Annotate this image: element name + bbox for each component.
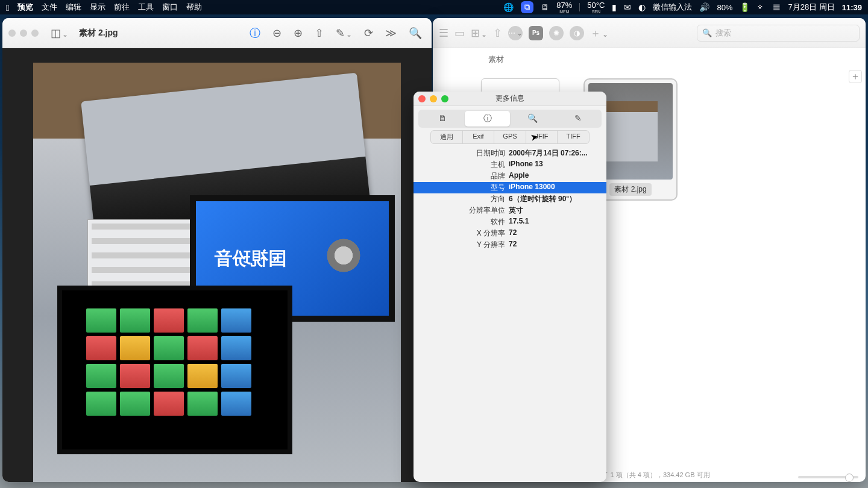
overflow-icon[interactable]: ≫ — [382, 24, 400, 42]
inspector-titlebar: 更多信息 — [414, 92, 606, 106]
info-inspector-window[interactable]: 更多信息 🗎 ⓘ 🔍 ✎ 通用 Exif GPS JFIF TIFF 日期时间2… — [414, 92, 606, 482]
apple-menu[interactable]:  — [6, 2, 9, 13]
menu-window[interactable]: 窗口 — [162, 2, 178, 13]
metadata-value: iPhone 13000 — [509, 183, 602, 193]
screen-mirror-icon[interactable]: ⧉ — [521, 1, 533, 13]
menu-tools[interactable]: 工具 — [138, 2, 154, 13]
tab-info-icon[interactable]: ⓘ — [465, 111, 510, 127]
tab-tiff[interactable]: TIFF — [558, 131, 589, 143]
metadata-key: 软件 — [418, 217, 509, 227]
metadata-value: 2000年7月14日 07:26:... — [509, 148, 602, 158]
battery-pct[interactable]: 80% — [717, 3, 732, 12]
preview-pane-icon[interactable]: ▭ — [454, 27, 465, 40]
metadata-value: iPhone 13 — [509, 160, 602, 170]
search-placeholder: 搜索 — [715, 28, 731, 39]
ps-app-icon[interactable]: Ps — [529, 26, 543, 40]
tab-gps[interactable]: GPS — [494, 131, 526, 143]
temp-label: SEN — [592, 10, 600, 14]
app-name[interactable]: 预览 — [17, 2, 33, 13]
metadata-row[interactable]: Y 分辨率72 — [414, 239, 606, 251]
menu-edit[interactable]: 编辑 — [66, 2, 81, 13]
sidebar-toggle-icon[interactable]: ◫ — [47, 24, 72, 42]
bookmark-icon[interactable]: ▮ — [612, 2, 617, 12]
mem-label: MEM — [559, 10, 569, 14]
window-controls[interactable] — [8, 30, 39, 37]
zoom-in-icon[interactable]: ⊕ — [290, 24, 306, 42]
mem-indicator[interactable]: 87%MEM — [556, 1, 572, 14]
extension-icon-2[interactable]: ◑ — [570, 26, 584, 40]
menu-help[interactable]: 帮助 — [186, 2, 202, 13]
menu-view[interactable]: 显示 — [90, 2, 105, 13]
metadata-row[interactable]: 方向6（逆时针旋转 90°） — [414, 193, 606, 205]
metadata-row[interactable]: 型号iPhone 13000 — [414, 182, 606, 193]
menubar:  预览 文件 编辑 显示 前往 工具 窗口 帮助 🌐 ⧉ 🖥 87%MEM 5… — [0, 0, 868, 14]
zoom-button[interactable] — [441, 95, 448, 102]
file-name-label[interactable]: 素材 2.jpg — [609, 183, 651, 196]
view-options-icon[interactable]: ⊞ — [471, 27, 487, 40]
display-icon[interactable]: 🖥 — [541, 2, 549, 12]
extension-icon-1[interactable]: ✺ — [549, 26, 564, 40]
metadata-row[interactable]: 分辨率单位英寸 — [414, 205, 606, 216]
markup-icon[interactable]: ✎ — [332, 24, 356, 42]
search-icon: 🔍 — [702, 28, 712, 37]
share-icon[interactable]: ⇧ — [311, 24, 327, 42]
search-icon[interactable]: 🔍 — [405, 24, 426, 42]
metadata-row[interactable]: X 分辨率72 — [414, 228, 606, 239]
metadata-value: 72 — [509, 228, 602, 239]
metadata-row[interactable]: 品牌Apple — [414, 170, 606, 182]
metadata-rows: 日期时间2000年7月14日 07:26:...主机iPhone 13品牌App… — [414, 148, 606, 251]
tab-search-icon[interactable]: 🔍 — [510, 111, 555, 127]
globe-icon[interactable]: 🌐 — [503, 2, 514, 12]
metadata-value: 72 — [509, 240, 602, 250]
metadata-key: 方向 — [418, 194, 509, 204]
separator — [579, 3, 580, 11]
info-icon[interactable]: ⓘ — [246, 23, 264, 43]
ime-label[interactable]: 微信输入法 — [653, 2, 692, 13]
tab-annotate-icon[interactable]: ✎ — [555, 111, 600, 127]
inspector-mode-tabs: 🗎 ⓘ 🔍 ✎ — [418, 110, 602, 128]
metadata-row[interactable]: 软件17.5.1 — [414, 216, 606, 228]
close-button[interactable] — [418, 95, 426, 102]
metadata-value: 6（逆时针旋转 90°） — [509, 194, 602, 204]
zoom-out-icon[interactable]: ⊖ — [269, 24, 285, 42]
tab-exif[interactable]: Exif — [463, 131, 495, 143]
ime-icon[interactable]: ◐ — [638, 2, 646, 12]
wechat-icon[interactable]: ✉ — [624, 2, 631, 12]
metadata-value: Apple — [509, 171, 602, 181]
temp-indicator[interactable]: 50°CSEN — [587, 1, 605, 14]
metadata-row[interactable]: 日期时间2000年7月14日 07:26:... — [414, 148, 606, 159]
wifi-icon[interactable]: ᯤ — [757, 2, 766, 12]
mem-value: 87% — [556, 1, 572, 9]
finder-toolbar: ☰ ▭ ⊞ ⇧ ⋯ Ps ✺ ◑ ＋ 🔍 搜索 — [433, 18, 866, 48]
preview-titlebar: ◫ 素材 2.jpg ⓘ ⊖ ⊕ ⇧ ✎ ⟳ ≫ 🔍 — [2, 18, 432, 48]
metadata-key: X 分辨率 — [418, 228, 509, 239]
menu-go[interactable]: 前往 — [114, 2, 130, 13]
date[interactable]: 7月28日 周日 — [788, 2, 834, 13]
metadata-row[interactable]: 主机iPhone 13 — [414, 159, 606, 170]
screen-text: 国視玢音 — [214, 246, 286, 271]
image-canvas[interactable]: 国視玢音 — [2, 48, 432, 482]
add-icon[interactable]: ＋ — [590, 26, 608, 40]
volume-icon[interactable]: 🔊 — [699, 2, 709, 12]
share-icon[interactable]: ⇧ — [493, 27, 502, 40]
finder-location[interactable]: 素材 — [488, 54, 504, 65]
icon-size-slider[interactable] — [798, 476, 858, 478]
control-center-icon[interactable]: 𝌆 — [773, 2, 781, 12]
preview-window[interactable]: ◫ 素材 2.jpg ⓘ ⊖ ⊕ ⇧ ✎ ⟳ ≫ 🔍 国視玢音 — [2, 18, 432, 482]
metadata-key: 品牌 — [418, 171, 509, 181]
menu-file[interactable]: 文件 — [42, 2, 57, 13]
battery-icon[interactable]: 🔋 — [740, 2, 750, 12]
metadata-key: 分辨率单位 — [418, 205, 509, 216]
action-menu-icon[interactable]: ⋯ — [508, 26, 523, 40]
tab-general[interactable]: 通用 — [431, 131, 463, 143]
finder-search[interactable]: 🔍 搜索 — [697, 25, 860, 42]
metadata-value: 英寸 — [509, 205, 602, 216]
inspector-title: 更多信息 — [495, 93, 524, 104]
document-title: 素材 2.jpg — [79, 28, 118, 39]
tab-document-icon[interactable]: 🗎 — [420, 111, 465, 127]
rotate-icon[interactable]: ⟳ — [360, 24, 377, 42]
metadata-key: 日期时间 — [418, 148, 509, 158]
minimize-button[interactable] — [430, 95, 437, 102]
sidebar-icon[interactable]: ☰ — [439, 27, 448, 40]
time[interactable]: 11:39 — [842, 3, 862, 12]
